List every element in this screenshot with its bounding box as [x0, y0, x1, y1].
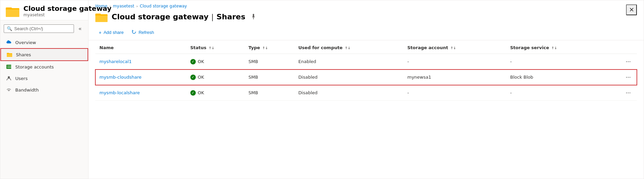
sidebar-item-bandwidth-label: Bandwidth — [15, 87, 39, 93]
svg-rect-9 — [6, 65, 7, 69]
cell-type: SMB — [244, 54, 294, 69]
cell-storage-account: - — [403, 54, 506, 69]
sort-icon-storage-service: ↑↓ — [551, 46, 557, 50]
sort-icon-compute: ↑↓ — [345, 46, 351, 50]
status-ok-icon — [190, 59, 196, 64]
svg-rect-6 — [6, 65, 11, 66]
main-content: Home › myasetest › Cloud storage gateway… — [89, 0, 644, 179]
cell-actions: ··· — [606, 69, 637, 85]
table-body: mysharelocal1OKSMBEnabled--···mysmb-clou… — [95, 54, 637, 101]
wifi-icon — [6, 87, 12, 93]
status-text: OK — [198, 75, 204, 80]
sidebar-item-storage-accounts-label: Storage accounts — [15, 64, 54, 69]
close-button[interactable]: ✕ — [626, 4, 637, 15]
pin-icon — [250, 14, 257, 20]
col-compute[interactable]: Used for compute ↑↓ — [294, 42, 403, 54]
refresh-label: Refresh — [138, 30, 154, 35]
table-row[interactable]: mysharelocal1OKSMBEnabled--··· — [95, 54, 637, 69]
cloud-icon — [6, 39, 12, 45]
page-header-title-wrap: Cloud storage gateway | Shares — [112, 13, 258, 21]
table-row[interactable]: mysmb-localshareOKSMBDisabled--··· — [95, 85, 637, 101]
sidebar-item-overview-label: Overview — [15, 40, 36, 45]
col-storage-account[interactable]: Storage account ↑↓ — [403, 42, 506, 54]
search-icon: 🔍 — [7, 26, 12, 31]
search-bar: 🔍 « — [4, 24, 85, 33]
breadcrumb-myasetest[interactable]: myasetest — [113, 4, 134, 8]
cell-compute: Enabled — [294, 54, 403, 69]
breadcrumb: Home › myasetest › Cloud storage gateway — [89, 0, 644, 8]
cell-status: OK — [186, 54, 245, 69]
col-status[interactable]: Status ↑↓ — [186, 42, 245, 54]
status-ok-icon — [190, 75, 196, 80]
page-header: Cloud storage gateway | Shares — [89, 8, 644, 26]
pin-button[interactable] — [249, 13, 258, 21]
cell-name: mysmb-localshare — [95, 85, 186, 101]
svg-rect-8 — [6, 68, 11, 69]
page-header-folder-icon — [95, 11, 108, 22]
folder-icon-nav — [6, 52, 13, 58]
app-container: Cloud storage gateway myasetest 🔍 « — [0, 0, 644, 179]
svg-rect-2 — [6, 7, 12, 9]
add-share-button[interactable]: + Add share — [95, 28, 127, 37]
sidebar-item-shares[interactable]: Shares — [0, 48, 88, 61]
svg-rect-5 — [7, 53, 9, 54]
col-type[interactable]: Type ↑↓ — [244, 42, 294, 54]
row-ellipsis-button[interactable]: ··· — [624, 57, 633, 66]
sidebar-nav: Overview Shares — [0, 37, 88, 96]
search-input-wrap[interactable]: 🔍 — [4, 24, 74, 33]
col-storage-service[interactable]: Storage service ↑↓ — [506, 42, 605, 54]
breadcrumb-current: Cloud storage gateway — [140, 4, 187, 8]
refresh-icon-svg — [132, 29, 136, 34]
page-resource-name: Cloud storage gateway — [112, 13, 208, 21]
sidebar-item-bandwidth[interactable]: Bandwidth — [0, 84, 88, 96]
cell-storage-service: - — [506, 54, 605, 69]
sort-icon-status: ↑↓ — [209, 46, 214, 50]
cell-status: OK — [186, 69, 245, 85]
breadcrumb-sep-1: › — [109, 4, 111, 8]
sidebar-item-storage-accounts[interactable]: Storage accounts — [0, 61, 88, 73]
table-row[interactable]: mysmb-cloudshareOKSMBDisabledmynewsa1Blo… — [95, 69, 637, 85]
cell-actions: ··· — [606, 54, 637, 69]
collapse-icon: « — [78, 25, 82, 32]
cell-storage-account: mynewsa1 — [403, 69, 506, 85]
shares-table: Name Status ↑↓ Type ↑↓ Used for compute — [95, 42, 637, 101]
svg-rect-14 — [253, 14, 254, 17]
status-text: OK — [198, 90, 204, 95]
status-ok-icon — [190, 90, 196, 96]
cell-storage-service: Block Blob — [506, 69, 605, 85]
breadcrumb-sep-2: › — [136, 4, 138, 8]
sidebar-item-shares-label: Shares — [16, 52, 31, 57]
svg-rect-7 — [6, 66, 11, 67]
refresh-button[interactable]: Refresh — [128, 27, 157, 37]
svg-rect-4 — [7, 54, 12, 57]
sidebar-item-users-label: Users — [15, 76, 27, 81]
cell-type: SMB — [244, 85, 294, 101]
collapse-button[interactable]: « — [75, 24, 85, 33]
add-icon: + — [99, 30, 101, 35]
sort-icon-type: ↑↓ — [262, 46, 268, 50]
cell-storage-service: - — [506, 85, 605, 101]
folder-icon-large — [6, 5, 19, 17]
breadcrumb-home[interactable]: Home — [95, 4, 107, 8]
toolbar: + Add share Refresh — [89, 26, 644, 40]
col-name[interactable]: Name — [95, 42, 186, 54]
cell-name: mysmb-cloudshare — [95, 69, 186, 85]
add-share-label: Add share — [103, 30, 124, 35]
cell-compute: Disabled — [294, 85, 403, 101]
search-input[interactable] — [14, 26, 71, 31]
svg-rect-13 — [95, 14, 101, 16]
sidebar-header: Cloud storage gateway myasetest — [0, 0, 88, 20]
page-section-name: Shares — [216, 13, 245, 21]
cell-name: mysharelocal1 — [95, 54, 186, 69]
sidebar: Cloud storage gateway myasetest 🔍 « — [0, 0, 89, 179]
svg-point-10 — [8, 76, 10, 78]
sort-icon-storage-account: ↑↓ — [450, 46, 456, 50]
status-text: OK — [198, 59, 204, 64]
svg-rect-12 — [95, 16, 108, 22]
close-icon: ✕ — [629, 6, 634, 14]
row-ellipsis-button[interactable]: ··· — [624, 73, 633, 81]
row-ellipsis-button[interactable]: ··· — [624, 88, 633, 97]
cell-compute: Disabled — [294, 69, 403, 85]
sidebar-item-users[interactable]: Users — [0, 73, 88, 84]
sidebar-item-overview[interactable]: Overview — [0, 37, 88, 48]
